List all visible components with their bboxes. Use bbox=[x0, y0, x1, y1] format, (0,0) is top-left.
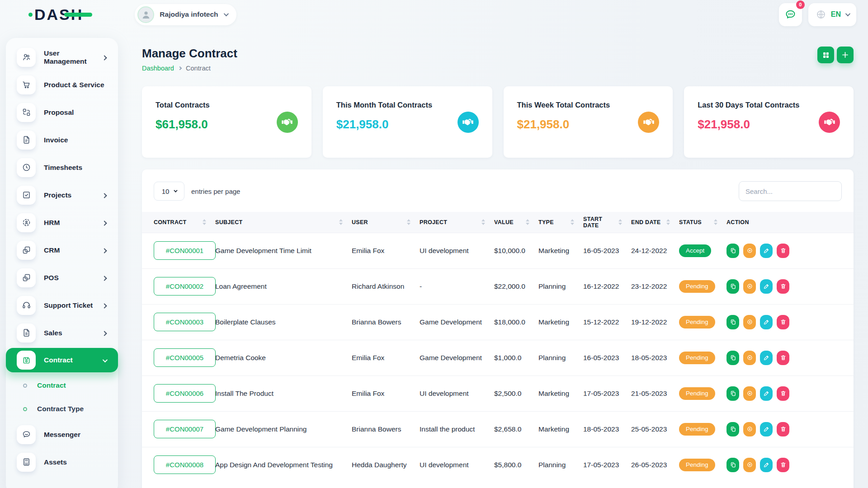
column-header-type[interactable]: TYPE bbox=[538, 212, 583, 233]
sidebar-item-user-management[interactable]: User Management bbox=[6, 43, 118, 71]
stat-cards-row: Total Contracts $61,958.0 This Month Tot… bbox=[142, 86, 854, 158]
sidebar-item-messenger[interactable]: Messenger bbox=[6, 421, 118, 448]
sidebar-item-projects[interactable]: Projects bbox=[6, 181, 118, 209]
column-label: END DATE bbox=[631, 219, 660, 225]
delete-button[interactable] bbox=[777, 244, 789, 258]
duplicate-button[interactable] bbox=[726, 458, 739, 472]
sidebar-subitem-contract[interactable]: Contract bbox=[6, 374, 118, 397]
sidebar-subitem-contract-type[interactable]: Contract Type bbox=[6, 397, 118, 421]
column-header-start-date[interactable]: START DATE bbox=[583, 212, 631, 233]
contract-id-button[interactable]: #CON00002 bbox=[154, 277, 216, 296]
delete-button[interactable] bbox=[777, 422, 789, 436]
pencil-icon bbox=[763, 354, 770, 361]
column-header-contract[interactable]: CONTRACT bbox=[142, 212, 215, 233]
handshake-icon bbox=[638, 112, 659, 133]
chevron-right-icon bbox=[178, 66, 182, 70]
handshake-icon bbox=[458, 112, 479, 133]
table-row: #CON00002 Loan Agreement Richard Atkinso… bbox=[142, 268, 854, 304]
column-header-status[interactable]: STATUS bbox=[679, 212, 726, 233]
column-header-user[interactable]: USER bbox=[352, 212, 420, 233]
view-button[interactable] bbox=[743, 244, 756, 258]
sidebar-item-label: Invoice bbox=[44, 136, 68, 144]
duplicate-button[interactable] bbox=[726, 279, 739, 294]
stat-value: $21,958.0 bbox=[336, 117, 432, 131]
add-contract-button[interactable] bbox=[837, 47, 854, 63]
sidebar-item-support-ticket[interactable]: Support Ticket bbox=[6, 291, 118, 319]
contract-id-button[interactable]: #CON00005 bbox=[154, 348, 216, 367]
column-header-subject[interactable]: SUBJECT bbox=[215, 212, 352, 233]
breadcrumb-dashboard-link[interactable]: Dashboard bbox=[142, 65, 174, 72]
view-button[interactable] bbox=[743, 315, 756, 329]
sidebar-item-invoice[interactable]: Invoice bbox=[6, 126, 118, 154]
view-button[interactable] bbox=[743, 458, 756, 472]
app-logo[interactable]: DASH bbox=[34, 7, 83, 22]
duplicate-button[interactable] bbox=[726, 244, 739, 258]
contract-id-button[interactable]: #CON00006 bbox=[154, 384, 216, 403]
status-badge: Pending bbox=[679, 459, 715, 471]
view-button[interactable] bbox=[743, 351, 756, 365]
contract-id-button[interactable]: #CON00003 bbox=[154, 313, 216, 331]
cell-subject: Demetria Cooke bbox=[215, 340, 352, 375]
edit-button[interactable] bbox=[760, 386, 773, 401]
sort-arrows-icon bbox=[339, 219, 343, 225]
column-header-value[interactable]: VALUE bbox=[494, 212, 538, 233]
contract-id-button[interactable]: #CON00008 bbox=[154, 455, 216, 474]
column-label: TYPE bbox=[538, 219, 554, 225]
view-button[interactable] bbox=[743, 386, 756, 401]
overlap-squares-icon bbox=[17, 241, 36, 260]
company-selector[interactable]: Rajodiya infotech bbox=[135, 4, 236, 25]
duplicate-button[interactable] bbox=[726, 315, 739, 329]
delete-button[interactable] bbox=[777, 351, 789, 365]
cell-value: $18,000.0 bbox=[494, 304, 538, 340]
edit-button[interactable] bbox=[760, 422, 773, 436]
language-selector[interactable]: EN bbox=[808, 3, 856, 26]
cell-end-date: 25-05-2023 bbox=[631, 411, 679, 447]
sidebar-item-proposal[interactable]: Proposal bbox=[6, 99, 118, 126]
column-header-project[interactable]: PROJECT bbox=[420, 212, 494, 233]
sidebar-item-sales[interactable]: Sales bbox=[6, 319, 118, 347]
row-actions bbox=[726, 458, 854, 472]
person-icon bbox=[141, 9, 151, 20]
eye-icon bbox=[746, 426, 753, 432]
view-button[interactable] bbox=[743, 279, 756, 294]
duplicate-button[interactable] bbox=[726, 351, 739, 365]
edit-button[interactable] bbox=[760, 458, 773, 472]
stat-card-last-30-days-total-contracts: Last 30 Days Total Contracts $21,958.0 bbox=[684, 86, 854, 158]
sidebar-item-contract[interactable]: Contract bbox=[6, 348, 118, 372]
delete-button[interactable] bbox=[777, 279, 789, 294]
cell-start-date: 16-05-2023 bbox=[583, 233, 631, 268]
sidebar-item-label: HRM bbox=[44, 219, 60, 227]
chevron-right-icon bbox=[103, 274, 106, 282]
contracts-table-card: 10 entries per page CONTRACT SUBJECT USE… bbox=[142, 169, 854, 488]
sidebar-subitem-label: Contract bbox=[37, 381, 66, 389]
page-size-select[interactable]: 10 bbox=[154, 182, 184, 201]
sidebar-item-hrm[interactable]: HRM bbox=[6, 209, 118, 236]
row-actions bbox=[726, 386, 854, 401]
search-input[interactable] bbox=[739, 181, 842, 201]
edit-button[interactable] bbox=[760, 351, 773, 365]
view-button[interactable] bbox=[743, 422, 756, 436]
column-label: USER bbox=[352, 219, 368, 225]
sidebar-item-timesheets[interactable]: Timesheets bbox=[6, 154, 118, 181]
duplicate-button[interactable] bbox=[726, 422, 739, 436]
cell-subject: Boilerplate Clauses bbox=[215, 304, 352, 340]
sidebar-item-product-service[interactable]: Product & Service bbox=[6, 71, 118, 99]
contract-id-button[interactable]: #CON00007 bbox=[154, 420, 216, 438]
cell-user: Hedda Daugherty bbox=[352, 447, 420, 483]
edit-button[interactable] bbox=[760, 244, 773, 258]
duplicate-button[interactable] bbox=[726, 386, 739, 401]
delete-button[interactable] bbox=[777, 386, 789, 401]
stat-card-this-week-total-contracts: This Week Total Contracts $21,958.0 bbox=[504, 86, 673, 158]
sidebar-item-assets[interactable]: Assets bbox=[6, 448, 118, 476]
sidebar-item-pos[interactable]: POS bbox=[6, 264, 118, 291]
contract-id-button[interactable]: #CON00001 bbox=[154, 241, 216, 260]
messages-button[interactable]: 0 bbox=[779, 3, 802, 26]
edit-button[interactable] bbox=[760, 279, 773, 294]
grid-view-button[interactable] bbox=[817, 47, 834, 63]
delete-button[interactable] bbox=[777, 315, 789, 329]
overlap-squares-icon bbox=[17, 268, 36, 287]
edit-button[interactable] bbox=[760, 315, 773, 329]
sidebar-item-crm[interactable]: CRM bbox=[6, 236, 118, 264]
column-header-end-date[interactable]: END DATE bbox=[631, 212, 679, 233]
delete-button[interactable] bbox=[777, 458, 789, 472]
